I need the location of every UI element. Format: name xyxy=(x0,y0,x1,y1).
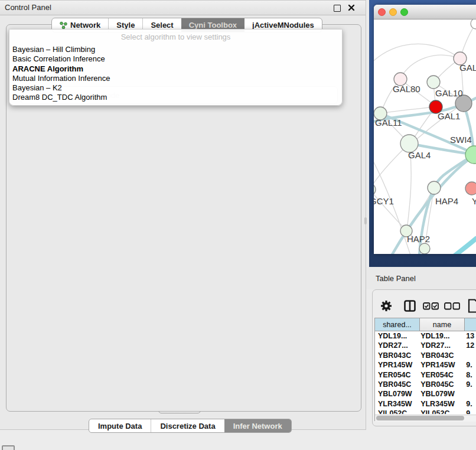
column-header[interactable]: shared... xyxy=(375,318,420,331)
network-canvas[interactable]: GALGAL80GAL10GAL1GAL11SWI4GAL4GCY1HAP4YH… xyxy=(374,19,476,254)
window-close-button[interactable] xyxy=(378,8,386,16)
control-panel-titlebar[interactable]: Control Panel xyxy=(0,1,366,15)
dropdown-item-basic-correlation-inference[interactable]: Basic Correlation Inference xyxy=(9,54,342,64)
network-graph[interactable]: GALGAL80GAL10GAL1GAL11SWI4GAL4GCY1HAP4YH… xyxy=(374,19,476,254)
table-row[interactable]: YBR043CYBR043C xyxy=(375,351,476,360)
control-panel: Control Panel NetworkStyleSelectCyni Too… xyxy=(0,0,366,430)
algorithm-dropdown-list: Bayesian – Hill ClimbingBasic Correlatio… xyxy=(9,45,342,103)
node-label: SWI4 xyxy=(450,135,472,145)
new-document-icon[interactable] xyxy=(468,299,476,313)
table-row[interactable]: YER054CYER054C8. xyxy=(375,370,476,380)
network-edge[interactable] xyxy=(400,55,460,78)
dropdown-item-bayesian-hill-climbing[interactable]: Bayesian – Hill Climbing xyxy=(9,45,342,54)
dropdown-placeholder: Select algorithm to view settings xyxy=(9,30,342,45)
gear-icon[interactable] xyxy=(380,300,392,312)
table-row[interactable]: YBR045CYBR045C9. xyxy=(375,380,476,389)
panel-splitter-handle[interactable] xyxy=(364,217,367,224)
columns-icon[interactable] xyxy=(404,300,416,312)
dropdown-item-bayesian-k2[interactable]: Bayesian – K2 xyxy=(9,83,342,93)
algorithm-dropdown-popup: Select algorithm to view settings Bayesi… xyxy=(9,29,343,106)
node-label: GAL1 xyxy=(438,111,460,121)
node-label: GAL80 xyxy=(393,84,420,94)
network-edge[interactable] xyxy=(439,239,476,254)
attribute-table: shared...name YDL19...YDL19...13YDR27...… xyxy=(374,318,476,421)
screen: Control Panel NetworkStyleSelectCyni Too… xyxy=(0,0,476,450)
table-row[interactable]: YDR27...YDR27...12 xyxy=(375,341,476,350)
node-label: GCY1 xyxy=(374,196,394,206)
network-node-gal10[interactable] xyxy=(427,76,440,89)
node-label: GAL11 xyxy=(375,118,402,128)
bottom-tab-discretize-data[interactable]: Discretize Data xyxy=(151,419,224,432)
network-node[interactable] xyxy=(419,243,430,254)
collapsed-panel-icon[interactable] xyxy=(2,445,15,450)
table-horizontal-scrollbar-thumb[interactable] xyxy=(376,416,464,420)
network-node-gcy1[interactable] xyxy=(374,184,376,195)
deselect-checkboxes-icon[interactable] xyxy=(444,302,460,310)
network-icon xyxy=(60,21,67,30)
close-icon[interactable] xyxy=(348,4,355,11)
bottom-tab-impute-data[interactable]: Impute Data xyxy=(89,419,151,432)
float-window-icon[interactable] xyxy=(334,5,341,12)
node-label: GAL4 xyxy=(408,150,431,160)
network-node-hap4[interactable] xyxy=(428,181,441,194)
table-panel-title: Table Panel xyxy=(376,274,416,283)
network-node-y[interactable] xyxy=(465,182,476,195)
node-label: GAL10 xyxy=(435,88,463,98)
table-head: shared...name xyxy=(375,318,476,331)
network-node[interactable] xyxy=(471,19,476,29)
table-row[interactable]: YDL19...YDL19...13 xyxy=(375,331,476,341)
window-minimize-button[interactable] xyxy=(389,8,397,16)
column-header[interactable]: name xyxy=(420,318,465,331)
window-zoom-button[interactable] xyxy=(400,8,408,16)
dropdown-item-aracne-algorithm[interactable]: ARACNE Algorithm xyxy=(9,64,342,74)
dropdown-item-mutual-information-inference[interactable]: Mutual Information Inference xyxy=(9,74,342,83)
table-row[interactable]: YPR145WYPR145W9. xyxy=(375,360,476,370)
bottom-tab-infer-network[interactable]: Infer Network xyxy=(224,419,291,432)
table-body: YDL19...YDL19...13YDR27...YDR27...12YBR0… xyxy=(375,331,476,414)
node-label: Y xyxy=(472,196,476,206)
dropdown-item-dream8-dc-tdc-algorithm[interactable]: Dream8 DC_TDC Algorithm xyxy=(9,93,342,102)
node-label: HAP4 xyxy=(435,196,458,206)
node-label: HAP2 xyxy=(407,234,430,244)
table-row[interactable]: YIL052CYIL052C9 xyxy=(375,409,476,414)
table-row[interactable]: YBL079WYBL079W xyxy=(375,389,476,399)
node-label: GAL xyxy=(459,63,476,73)
table-row[interactable]: YLR345WYLR345W9. xyxy=(375,399,476,409)
column-header[interactable] xyxy=(465,318,476,331)
control-panel-title: Control Panel xyxy=(5,3,51,12)
bottom-tabs: Impute DataDiscretize DataInfer Network xyxy=(89,419,292,433)
select-all-checkboxes-icon[interactable] xyxy=(423,302,439,310)
